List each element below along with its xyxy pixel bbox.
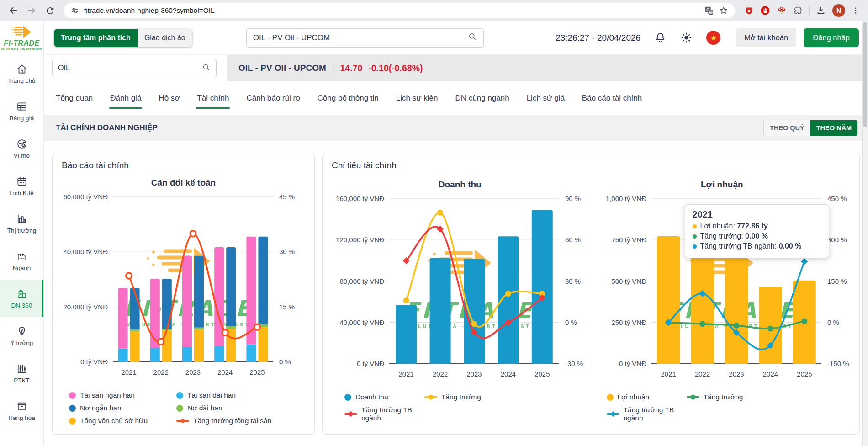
- sidebar-item-trang-chu[interactable]: Trang chủ: [0, 55, 43, 92]
- svg-text:15 %: 15 %: [279, 303, 295, 311]
- sidebar-item-vi-mo[interactable]: Vĩ mô: [0, 130, 43, 167]
- legend-item[interactable]: Tăng trưởng: [424, 393, 591, 401]
- mushroom-extension-icon[interactable]: [777, 5, 787, 16]
- legend-item[interactable]: Nợ dài hạn: [176, 404, 308, 412]
- sidebar-item-nganh[interactable]: Ngành: [0, 242, 43, 280]
- tab-ho-so[interactable]: Hồ sơ: [159, 94, 180, 103]
- legend-item[interactable]: Tài sản dài hạn: [176, 391, 308, 399]
- symbol-search-input[interactable]: OIL - PV Oil - UPCOM: [246, 28, 484, 48]
- chart-canvas-revenue[interactable]: 0 tỷ VNĐ40,000 tỷ VNĐ80,000 tỷ VNĐ120,00…: [329, 191, 591, 388]
- svg-text:2025: 2025: [797, 370, 812, 378]
- tab-danh-gia[interactable]: Đánh giá: [110, 94, 141, 103]
- site-settings-icon[interactable]: [70, 6, 79, 15]
- sidebar-item-lich-kte[interactable]: Lịch K.tế: [0, 167, 43, 205]
- open-account-button[interactable]: Mở tài khoản: [736, 28, 796, 47]
- legend-item[interactable]: Tổng vốn chủ sở hữu: [69, 417, 176, 425]
- translate-icon[interactable]: G文: [704, 5, 714, 16]
- browser-back-button[interactable]: [5, 3, 21, 18]
- svg-text:450 %: 450 %: [827, 195, 847, 202]
- tooltip-row: Lợi nhuận: 772.86 tỷ: [693, 222, 821, 230]
- legend-label: Tăng trưởng TB ngành: [361, 406, 424, 422]
- chart-legend: Doanh thuTăng trưởngTăng trưởng TB ngành: [344, 393, 591, 422]
- ticker-band: OIL - PV Oil - UPCOM | 14.70 -0.10(-0.68…: [227, 55, 868, 81]
- legend-item[interactable]: Tăng trưởng TB ngành: [344, 406, 424, 422]
- svg-text:2025: 2025: [535, 370, 550, 378]
- bookmark-star-icon[interactable]: [719, 5, 729, 16]
- legend-item[interactable]: Tăng trưởng: [687, 393, 853, 401]
- extensions-puzzle-icon[interactable]: [793, 6, 803, 16]
- legend-item[interactable]: Lợi nhuận: [607, 393, 687, 401]
- sidebar-item-ptkt[interactable]: PTKT: [0, 355, 43, 392]
- legend-swatch: [176, 392, 183, 399]
- legend-swatch: [607, 413, 619, 415]
- browser-menu-kebab-icon[interactable]: [852, 6, 860, 15]
- calendar-icon: [16, 175, 28, 187]
- section-band: TÀI CHÍNH DOANH NGHIỆP THEO QUÝ THEO NĂM: [44, 115, 868, 141]
- notifications-bell-icon[interactable]: [654, 32, 667, 44]
- tab-tai-chinh[interactable]: Tài chính: [197, 94, 229, 103]
- tab-dn-cung-nganh[interactable]: DN cùng ngành: [455, 94, 509, 103]
- logo[interactable]: FI-TRADE VALUE DATA - SMART INVEST: [0, 21, 43, 55]
- tab-bao-cao-tai-chinh[interactable]: Báo cáo tài chính: [582, 94, 642, 103]
- svg-text:-150 %: -150 %: [827, 360, 849, 367]
- legend-item[interactable]: Tăng trưởng tổng tài sản: [176, 417, 308, 425]
- window-scrollbar[interactable]: [862, 21, 868, 446]
- theme-toggle-sun-icon[interactable]: [680, 32, 693, 44]
- ticker-change: -0.10(-0.68%): [368, 63, 423, 74]
- url-text[interactable]: fitrade.vn/doanh-nghiep-360?symbol=OIL: [84, 6, 215, 15]
- chart-canvas-profit[interactable]: 0 tỷ VNĐ250 tỷ VNĐ500 tỷ VNĐ750 tỷ VNĐ1,…: [591, 191, 853, 388]
- ticker-price: 14.70: [340, 63, 362, 74]
- balance-sheet-chart-block: Cân đối kế toán 0 tỷ VNĐ20,000 tỷ VNĐ40,…: [59, 178, 308, 425]
- legend-label: Tăng trưởng: [704, 393, 743, 401]
- toolbar-divider: [809, 6, 810, 15]
- tab-tong-quan[interactable]: Tổng quan: [56, 94, 93, 103]
- chart-canvas-balance[interactable]: 0 tỷ VNĐ20,000 tỷ VNĐ40,000 tỷ VNĐ60,000…: [59, 190, 308, 386]
- analysis-center-button[interactable]: Trung tâm phân tích: [54, 29, 138, 47]
- address-bar[interactable]: fitrade.vn/doanh-nghiep-360?symbol=OIL G…: [64, 3, 735, 18]
- virtual-trading-button[interactable]: Giao dịch ảo: [138, 29, 192, 47]
- language-flag-icon[interactable]: [706, 31, 720, 45]
- section-title: TÀI CHÍNH DOANH NGHIỆP: [56, 123, 763, 133]
- legend-item[interactable]: Tài sản ngắn hạn: [69, 391, 176, 399]
- ticker-search-input[interactable]: OIL: [52, 59, 217, 77]
- svg-text:-30 %: -30 %: [565, 360, 583, 367]
- legend-swatch: [424, 396, 437, 398]
- tab-canh-bao-rui-ro[interactable]: Cảnh báo rủi ro: [246, 94, 300, 103]
- toggle-yearly-button[interactable]: THEO NĂM: [810, 120, 857, 136]
- svg-text:2022: 2022: [694, 370, 709, 378]
- tab-lich-su-gia[interactable]: Lịch sử giá: [527, 94, 565, 103]
- tab-cong-bo-thong-tin[interactable]: Công bố thông tin: [318, 94, 379, 103]
- svg-text:60,000 tỷ VNĐ: 60,000 tỷ VNĐ: [63, 193, 108, 201]
- legend-item[interactable]: Tăng trưởng TB ngành: [607, 406, 687, 422]
- tab-lich-su-kien[interactable]: Lịch sự kiện: [396, 94, 438, 103]
- search-icon[interactable]: [202, 63, 211, 74]
- legend-item[interactable]: Doanh thu: [344, 393, 424, 401]
- legend-label: Doanh thu: [355, 393, 388, 401]
- downloads-icon[interactable]: [816, 5, 826, 16]
- login-button[interactable]: Đăng nhập: [804, 28, 859, 47]
- browser-profile-avatar[interactable]: N: [832, 4, 845, 17]
- browser-reload-button[interactable]: [42, 3, 58, 18]
- svg-text:160,000 tỷ VNĐ: 160,000 tỷ VNĐ: [336, 195, 384, 202]
- scrollbar-thumb[interactable]: [863, 22, 867, 127]
- svg-text:90 %: 90 %: [565, 195, 581, 202]
- search-icon[interactable]: [468, 32, 477, 43]
- sidebar-item-bang-gia[interactable]: Bảng giá: [0, 92, 43, 130]
- browser-forward-button[interactable]: [24, 3, 39, 18]
- adblock-hand-icon[interactable]: [760, 5, 770, 16]
- sidebar-item-label: Lịch K.tế: [10, 190, 34, 196]
- sidebar-item-label: Vĩ mô: [14, 152, 30, 159]
- legend-label: Nợ ngắn hạn: [80, 404, 121, 412]
- sidebar-item-thi-truong[interactable]: Thị trường: [0, 205, 43, 242]
- sidebar-item-hang-hoa[interactable]: Hàng hóa: [0, 392, 43, 430]
- legend-label: Tăng trưởng tổng tài sản: [193, 417, 271, 425]
- extension-strip: N: [741, 4, 863, 17]
- sidebar-item-dn-360[interactable]: DN 360: [0, 280, 43, 317]
- toggle-quarterly-button[interactable]: THEO QUÝ: [764, 120, 810, 136]
- legend-swatch: [687, 396, 699, 398]
- legend-item[interactable]: Nợ ngắn hạn: [69, 404, 176, 412]
- svg-text:30 %: 30 %: [279, 248, 295, 255]
- sidebar-item-y-tuong[interactable]: Ý tưởng: [0, 317, 43, 355]
- shield-extension-icon[interactable]: [744, 6, 754, 16]
- sidebar-item-label: Ngành: [13, 265, 31, 271]
